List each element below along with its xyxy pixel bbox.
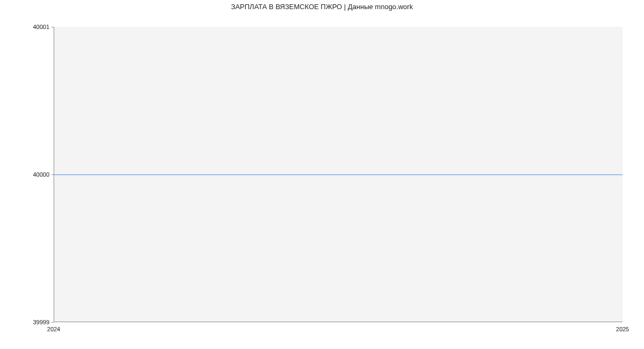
- chart-container: ЗАРПЛАТА В ВЯЗЕМСКОЕ ПЖРО | Данные mnogo…: [0, 0, 644, 349]
- y-tick-label: 40000: [17, 171, 49, 178]
- y-tick-label: 40001: [17, 24, 49, 30]
- x-tick-label: 2024: [47, 326, 60, 332]
- plot-area: [54, 27, 623, 322]
- line-series: [54, 174, 623, 175]
- y-tick-label: 39999: [17, 319, 49, 325]
- y-tick-mark: [52, 174, 54, 175]
- chart-title: ЗАРПЛАТА В ВЯЗЕМСКОЕ ПЖРО | Данные mnogo…: [0, 3, 644, 11]
- x-tick-label: 2025: [616, 326, 629, 332]
- y-tick-mark: [52, 322, 54, 323]
- y-tick-mark: [52, 27, 54, 27]
